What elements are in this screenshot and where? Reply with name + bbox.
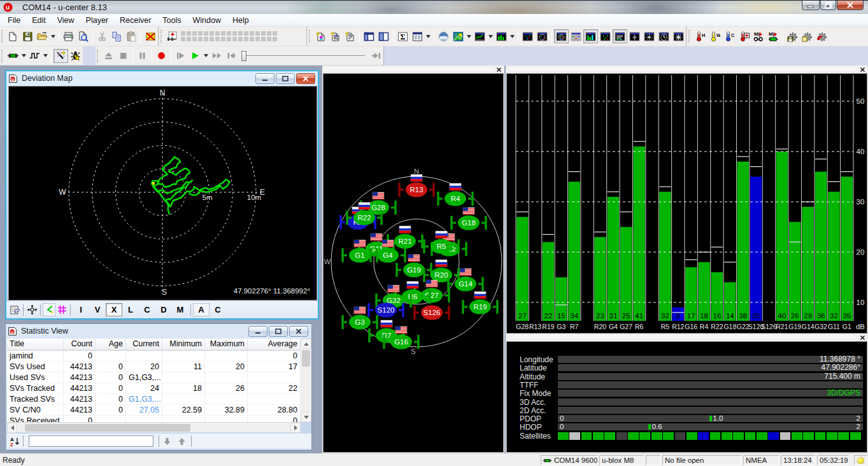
player-eject-button[interactable]	[101, 49, 116, 63]
toolbar-cut-button[interactable]	[95, 29, 110, 43]
menu-help[interactable]: Help	[227, 15, 255, 26]
toolbar-msg-plug-button[interactable]: M|	[751, 29, 766, 43]
toolbar-satellite-table-button[interactable]	[569, 29, 583, 43]
toolbar-map-view-button[interactable]	[451, 29, 466, 43]
toolbar-thermo-hot-button[interactable]: H	[693, 29, 708, 43]
toolbar-deviation-dots-button[interactable]	[598, 29, 613, 43]
toolbar-copy-button[interactable]	[110, 29, 124, 43]
deviation-mode-m-button[interactable]: M	[172, 304, 189, 316]
column-header-current[interactable]: Current	[126, 339, 162, 350]
menu-window[interactable]: Window	[187, 15, 227, 26]
player-pause-button[interactable]	[135, 49, 150, 63]
menu-edit[interactable]: Edit	[26, 15, 52, 26]
column-header-minimum[interactable]: Minimum	[162, 339, 205, 350]
deviation-grid-toggle[interactable]	[55, 304, 68, 316]
toolbar-grip[interactable]	[160, 30, 163, 43]
player-debug-bug-button[interactable]	[68, 49, 83, 63]
toolbar-grip[interactable]	[1, 50, 4, 62]
deviation-mode-d-button[interactable]: D	[155, 304, 172, 316]
column-header-average[interactable]: Average	[248, 339, 301, 350]
window-minimize-button[interactable]	[802, 1, 820, 10]
toolbar-table-view-button[interactable]	[410, 29, 425, 43]
statistic-row-used-svs[interactable]: Used SVs442130G1,G3,...	[7, 372, 301, 383]
player-fast-forward-button[interactable]	[210, 49, 224, 63]
toolbar-grip[interactable]	[309, 30, 311, 43]
menu-receiver[interactable]: Receiver	[114, 15, 157, 26]
horizontal-scroll-thumb[interactable]	[25, 424, 190, 432]
statistic-view-restore-button[interactable]	[269, 326, 288, 337]
toolbar-deviation-map-view-button[interactable]	[520, 29, 535, 43]
toolbar-chart-view-button[interactable]	[473, 29, 487, 43]
toolbar-grip[interactable]	[688, 30, 691, 43]
player-go-to-start-button[interactable]	[224, 49, 239, 63]
toolbar-open-file-button[interactable]	[35, 29, 50, 43]
toolbar-dropdown-arrow[interactable]	[20, 49, 27, 63]
toolbar-grip[interactable]	[1, 30, 4, 43]
toolbar-new-file-button[interactable]	[6, 29, 20, 43]
toolbar-data-view-button[interactable]	[613, 29, 627, 43]
player-play-button[interactable]	[188, 49, 203, 63]
signal-chart-grabber[interactable]	[506, 66, 868, 73]
toolbar-signal-level-button[interactable]	[583, 29, 598, 43]
column-header-maximum[interactable]: Maximum	[205, 339, 248, 350]
statistic-row-svs-received[interactable]: SVs Received00	[7, 416, 301, 422]
statistic-row-sv-c-n0[interactable]: SV C/N044213027.0522.5932.8928.80	[7, 405, 301, 416]
toolbar-gear-undo-button[interactable]	[815, 29, 829, 43]
deviation-mode-a-button[interactable]: A	[193, 303, 210, 316]
menu-view[interactable]: View	[52, 15, 80, 26]
deviation-mode-c-button[interactable]: C	[210, 304, 226, 316]
deviation-track-toggle[interactable]	[43, 303, 55, 316]
deviation-map-close-button[interactable]	[296, 73, 315, 84]
menu-file[interactable]: File	[2, 15, 26, 26]
toolbar-dropdown-arrow[interactable]	[42, 49, 49, 63]
column-header-title[interactable]: Title	[7, 339, 64, 350]
statistic-row-svs-used[interactable]: SVs Used44213020112017	[7, 362, 301, 372]
toolbar-thermo-warm-button[interactable]: W	[708, 29, 722, 43]
statistic-view-minimize-button[interactable]	[248, 326, 267, 337]
statistic-row-tracked-svs[interactable]: Tracked SVs442130G1,G3,...	[7, 394, 301, 405]
toolbar-dropdown-arrow[interactable]	[50, 29, 57, 43]
deviation-mode-l-button[interactable]: L	[122, 304, 139, 316]
toolbar-map-disabled-button[interactable]	[143, 29, 158, 43]
toolbar-thermo-cold-button[interactable]: C	[722, 29, 737, 43]
data-pane-close-icon[interactable]	[859, 334, 866, 341]
sky-view-grabber[interactable]	[322, 66, 504, 73]
toolbar-google-earth-button[interactable]	[436, 29, 451, 43]
toolbar-histogram-view-button[interactable]	[494, 29, 509, 43]
deviation-pan-button[interactable]	[25, 304, 38, 316]
statistic-row-jamind[interactable]: jamind00	[7, 351, 301, 362]
statistic-vertical-scrollbar[interactable]	[301, 339, 311, 422]
toolbar-layout-left-button[interactable]	[362, 29, 376, 43]
column-header-age[interactable]: Age	[96, 339, 126, 350]
scroll-up-button[interactable]	[301, 339, 311, 349]
statistic-filter-input[interactable]	[29, 435, 153, 447]
playback-position-slider[interactable]	[241, 49, 366, 63]
toolbar-save-file-button[interactable]	[20, 29, 35, 43]
player-baudrate-button[interactable]	[27, 49, 42, 63]
deviation-mode-c-button[interactable]: C	[139, 304, 155, 316]
deviation-properties-button[interactable]	[8, 304, 21, 316]
toolbar-thermo-add-button[interactable]	[737, 29, 751, 43]
player-connector-button[interactable]	[6, 49, 20, 63]
toolbar-new-date-view-button[interactable]: 01	[328, 29, 343, 43]
toolbar-print-button[interactable]	[61, 29, 76, 43]
toolbar-altimeter-view-button[interactable]	[671, 29, 686, 43]
toolbar-compass-view-button[interactable]	[627, 29, 642, 43]
toolbar-paste-button[interactable]	[124, 29, 139, 43]
find-previous-button[interactable]	[176, 436, 187, 447]
toolbar-grip[interactable]	[97, 50, 99, 62]
window-close-button[interactable]	[837, 1, 864, 10]
menu-player[interactable]: Player	[80, 15, 114, 26]
menu-tools[interactable]: Tools	[157, 15, 187, 26]
toolbar-dropdown-arrow[interactable]	[466, 29, 473, 43]
toolbar-layout-split-button[interactable]	[376, 29, 391, 43]
toolbar-gear-file-button[interactable]	[800, 29, 815, 43]
deviation-map-minimize-button[interactable]	[255, 73, 274, 84]
deviation-map-restore-button[interactable]	[276, 73, 295, 84]
player-record-button[interactable]	[154, 49, 169, 63]
toolbar-dropdown-arrow[interactable]	[203, 49, 210, 63]
toolbar-dropdown-arrow[interactable]	[487, 29, 494, 43]
toolbar-new-image-view-button[interactable]	[313, 29, 328, 43]
scroll-right-button[interactable]	[290, 423, 301, 433]
column-header-count[interactable]: Count	[64, 339, 96, 350]
